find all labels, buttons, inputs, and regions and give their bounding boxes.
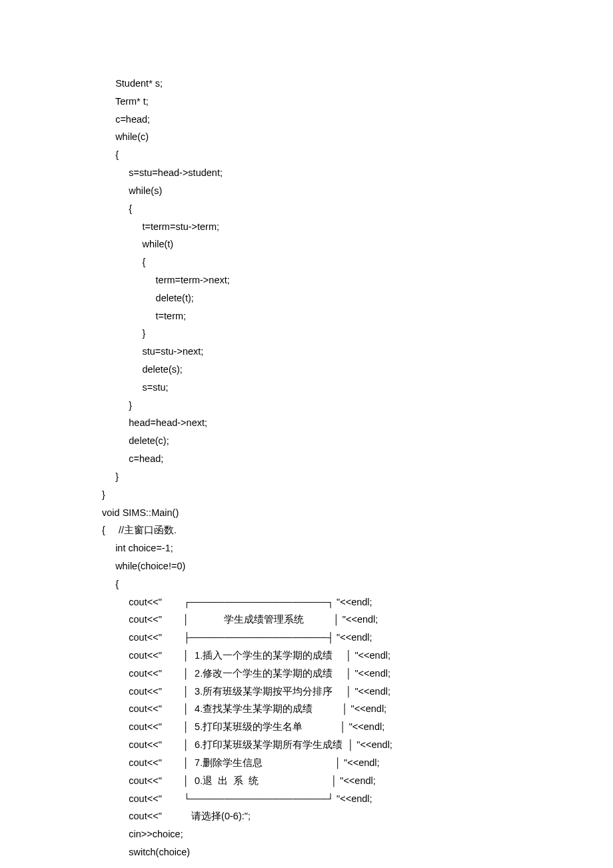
code-line: while(c) xyxy=(102,128,613,146)
code-line: cout<<" │ 2.修改一个学生的某学期的成绩 │ "<<endl; xyxy=(102,665,613,683)
code-line: while(s) xyxy=(102,182,613,200)
code-line: cout<<" ├────────────────────┤ "<<endl; xyxy=(102,629,613,647)
code-line: cout<<" │ 0.退 出 系 统 │ "<<endl; xyxy=(102,772,613,790)
code-line: cout<<" │ 7.删除学生信息 │ "<<endl; xyxy=(102,754,613,772)
code-line: stu=stu->next; xyxy=(102,343,613,361)
code-line: term=term->next; xyxy=(102,271,613,289)
code-line: cin>>choice; xyxy=(102,825,613,843)
code-line: delete(c); xyxy=(102,432,613,450)
code-line: { xyxy=(102,200,613,218)
code-line: cout<<" │ 3.所有班级某学期按平均分排序 │ "<<endl; xyxy=(102,683,613,701)
code-line: Term* t; xyxy=(102,93,613,111)
code-line: cout<<" 请选择(0-6):"; xyxy=(102,807,613,825)
code-line: cout<<" ┌────────────────────┐ "<<endl; xyxy=(102,593,613,611)
code-line: delete(t); xyxy=(102,289,613,307)
code-line: { xyxy=(102,575,613,593)
code-line: cout<<" │ 6.打印某班级某学期所有学生成绩 │ "<<endl; xyxy=(102,736,613,754)
code-line: head=head->next; xyxy=(102,414,613,432)
code-line: cout<<" │ 5.打印某班级的学生名单 │ "<<endl; xyxy=(102,718,613,736)
code-line: c=head; xyxy=(102,111,613,129)
code-line: while(choice!=0) xyxy=(102,557,613,575)
code-line: s=stu; xyxy=(102,379,613,397)
code-line: } xyxy=(102,325,613,343)
code-line: t=term; xyxy=(102,307,613,325)
code-line: } xyxy=(102,397,613,415)
code-line: delete(s); xyxy=(102,361,613,379)
code-line: s=stu=head->student; xyxy=(102,164,613,182)
code-line: int choice=-1; xyxy=(102,539,613,557)
code-line: { xyxy=(102,253,613,271)
code-line: } xyxy=(102,486,613,504)
code-line: } xyxy=(102,468,613,486)
code-line: cout<<" │ 1.插入一个学生的某学期的成绩 │ "<<endl; xyxy=(102,647,613,665)
code-line: void SIMS::Main() xyxy=(102,504,613,522)
code-line: Student* s; xyxy=(102,75,613,93)
code-line: cout<<" └────────────────────┘ "<<endl; xyxy=(102,790,613,808)
code-line: c=head; xyxy=(102,450,613,468)
code-line: cout<<" │ 4.查找某学生某学期的成绩 │ "<<endl; xyxy=(102,700,613,718)
code-line: t=term=stu->term; xyxy=(102,218,613,236)
code-line: switch(choice) xyxy=(102,843,613,861)
code-line: { //主窗口函数. xyxy=(102,521,613,539)
code-line: cout<<" │ 学生成绩管理系统 │ "<<endl; xyxy=(102,611,613,629)
document-page: Student* s; Term* t; c=head; while(c) { … xyxy=(0,0,613,868)
code-line: while(t) xyxy=(102,235,613,253)
code-line: { xyxy=(102,146,613,164)
